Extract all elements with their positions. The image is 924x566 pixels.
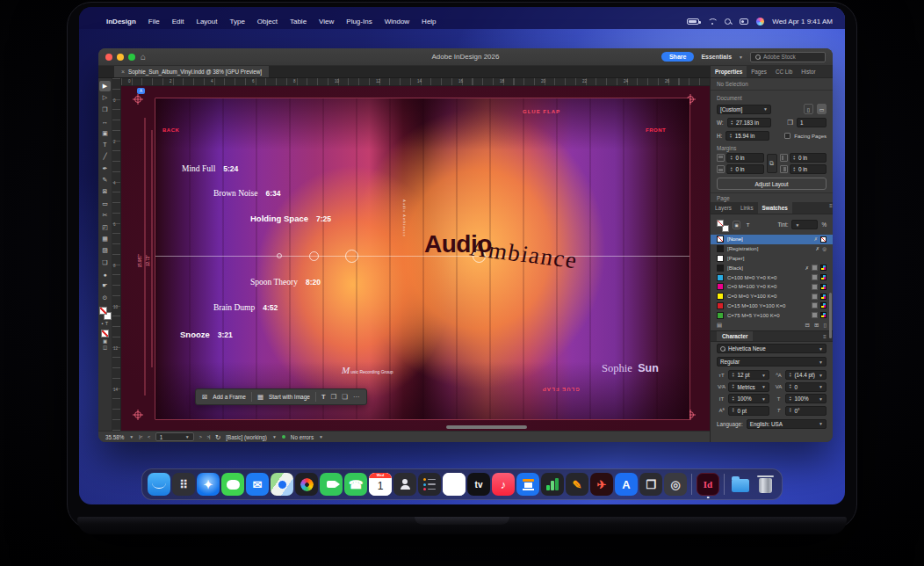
page-size-preset-select[interactable]: [Custom] ▼	[717, 105, 771, 114]
dock-icon-pages[interactable]: ✎	[566, 473, 588, 496]
dock-icon-photos[interactable]	[295, 473, 318, 496]
spotlight-icon[interactable]	[725, 18, 732, 25]
minimize-window-button[interactable]	[117, 54, 124, 61]
pencil-tool[interactable]: ✎	[99, 175, 111, 185]
vertical-scale-field[interactable]: ▲▼100%▼	[728, 394, 769, 403]
menu-item-window[interactable]: Window	[379, 18, 415, 25]
eyedropper-tool[interactable]: ●	[99, 269, 111, 279]
font-size-field[interactable]: ▲▼12 pt▼	[728, 370, 769, 380]
new-color-group-icon[interactable]: ⊟	[805, 322, 810, 329]
skew-field[interactable]: ▲▼0°	[785, 406, 827, 416]
preflight-profile[interactable]: [Basic] (working)	[226, 434, 267, 440]
facing-pages-checkbox[interactable]	[784, 133, 790, 139]
home-icon[interactable]: ⌂	[141, 52, 146, 62]
horizontal-scale-field[interactable]: ▲▼100%▼	[785, 394, 827, 403]
dock-icon-passwords[interactable]: ❐	[639, 473, 662, 496]
font-family-select[interactable]: Helvetica Neue ▼	[717, 344, 827, 353]
dock-icon-facetime[interactable]	[320, 473, 343, 496]
tab-history[interactable]: Histor	[797, 66, 819, 77]
screen-mode-icon[interactable]: ◫	[103, 345, 107, 350]
preflight-icon[interactable]: ↻	[215, 433, 220, 441]
more-options-button[interactable]: ···	[353, 393, 360, 401]
menu-item-view[interactable]: View	[313, 18, 340, 25]
tab-links[interactable]: Links	[736, 202, 758, 214]
dock-icon-system-settings[interactable]: ◎	[664, 473, 687, 496]
swatch-row[interactable]: [Registration]✗◎	[711, 244, 833, 254]
note-tool[interactable]: ❏	[99, 258, 111, 268]
gradient-tool[interactable]: ▦	[99, 234, 111, 244]
width-field[interactable]: ▲▼ 27.183 in	[727, 118, 771, 127]
dock-icon-notes[interactable]	[443, 473, 466, 496]
battery-icon[interactable]	[687, 18, 699, 25]
swatch-row[interactable]: [Paper]	[711, 254, 833, 264]
menu-item-file[interactable]: File	[142, 18, 166, 25]
page-number-field[interactable]: 1 ▼	[155, 432, 194, 441]
close-window-button[interactable]	[105, 54, 112, 61]
font-style-select[interactable]: Regular ▼	[717, 357, 827, 366]
formatting-affects-container-button[interactable]: ▪	[102, 321, 104, 326]
dock-icon-contacts[interactable]	[393, 473, 416, 496]
canvas-viewport[interactable]: A 24.786" 12.3125 " 12.3125" 12.3125 " 1…	[121, 86, 710, 431]
free-transform-tool[interactable]: ◰	[99, 222, 111, 233]
menu-item-help[interactable]: Help	[415, 18, 442, 25]
window-titlebar[interactable]: ⌂ Adobe InDesign 2026 Share Essentials ▼…	[98, 48, 833, 66]
start-with-image-button[interactable]: Start with Image	[269, 394, 310, 400]
portrait-orientation-button[interactable]: ▯	[804, 104, 813, 114]
dock-icon-games[interactable]: ✈	[590, 473, 613, 496]
stepper-icon[interactable]: ▲▼	[731, 120, 733, 126]
dock-icon-phone[interactable]: ☎	[344, 473, 367, 496]
menu-item-plugins[interactable]: Plug-Ins	[340, 18, 378, 25]
horizontal-ruler[interactable]: 02468101214161820222426	[121, 78, 710, 86]
language-select[interactable]: English: USA ▼	[747, 419, 827, 429]
stepper-icon[interactable]: ▲▼	[729, 134, 732, 139]
first-page-button[interactable]: |<	[139, 434, 142, 439]
margin-bottom-field[interactable]: ▲▼0 in	[726, 164, 764, 174]
selection-tool[interactable]: ▶	[99, 81, 111, 91]
dock-icon-downloads[interactable]	[729, 473, 752, 496]
tab-properties[interactable]: Properties	[711, 66, 747, 77]
hand-tool[interactable]: ☛	[99, 280, 111, 291]
next-page-button[interactable]: >	[199, 434, 202, 439]
dock-icon-launchpad[interactable]: ⠿	[172, 473, 195, 496]
swatch-views-icon[interactable]: ▤	[717, 322, 722, 329]
formatting-affects-container-button[interactable]: ▣	[733, 221, 740, 229]
album-spread-artwork[interactable]: BACK FRONT GLUE FLAP GLUE FLAP Audio Amb…	[155, 98, 689, 419]
dock-icon-finder[interactable]	[148, 473, 170, 496]
prev-page-button[interactable]: <	[148, 434, 150, 439]
rectangle-tool[interactable]: ▭	[99, 199, 111, 209]
content-collector-tool[interactable]: ▣	[99, 128, 111, 139]
dock-icon-reminders[interactable]	[418, 473, 441, 496]
swatch-row[interactable]: [None]✗	[711, 235, 833, 244]
tint-field[interactable]: ▼	[791, 220, 818, 229]
apply-none-button[interactable]	[101, 330, 109, 337]
close-tab-icon[interactable]: ×	[121, 69, 125, 75]
swatch-row[interactable]: C=100 M=0 Y=0 K=0	[711, 272, 833, 282]
pen-tool[interactable]: ✒	[99, 163, 111, 174]
menu-item-indesign[interactable]: InDesign	[100, 18, 142, 25]
adjust-layout-button[interactable]: Adjust Layout	[717, 178, 827, 190]
document-icon[interactable]: ❐	[331, 393, 337, 401]
menu-item-layout[interactable]: Layout	[190, 18, 223, 25]
share-button[interactable]: Share	[661, 52, 694, 62]
margin-link-icon[interactable]: ⧉	[767, 154, 777, 173]
margin-top-field[interactable]: ▲▼0 in	[726, 153, 764, 163]
menu-item-table[interactable]: Table	[284, 18, 313, 25]
swatch-scrollbar[interactable]	[829, 293, 832, 338]
swatch-row[interactable]: C=15 M=100 Y=100 K=0	[711, 301, 833, 311]
kerning-field[interactable]: ▲▼Metrics▼	[728, 382, 769, 392]
panel-menu-icon[interactable]: ≡	[823, 333, 827, 339]
zoom-tool[interactable]: ⊙	[99, 293, 111, 303]
swatch-row[interactable]: C=75 M=5 Y=100 K=0	[711, 310, 833, 320]
line-tool[interactable]: ╱	[99, 151, 111, 162]
dock-icon-tv[interactable]: tv	[467, 473, 490, 496]
page-tool[interactable]: ❐	[99, 105, 111, 115]
add-frame-button[interactable]: Add a Frame	[213, 394, 246, 400]
dock-icon-safari[interactable]: ✦	[197, 473, 220, 496]
landscape-orientation-button[interactable]: ▭	[817, 104, 827, 114]
dock-icon-keynote[interactable]	[516, 473, 539, 496]
adobe-stock-search[interactable]: Adobe Stock	[750, 52, 826, 62]
page-master-badge[interactable]: A	[137, 88, 145, 94]
dock-icon-app-store[interactable]: A	[615, 473, 638, 496]
tab-character[interactable]: Character	[717, 331, 753, 341]
margin-left-field[interactable]: ▲▼0 in	[790, 153, 827, 163]
